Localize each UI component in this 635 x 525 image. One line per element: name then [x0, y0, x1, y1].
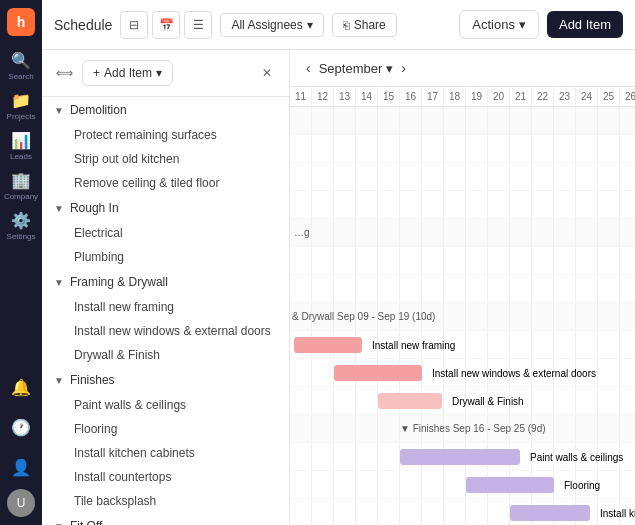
sidebar-item-company[interactable]: 🏢 Company	[3, 168, 39, 204]
gantt-header: ‹ September ▾ ›	[290, 50, 635, 87]
next-month-button[interactable]: ›	[397, 58, 410, 78]
group-finishes-label: Finishes	[70, 373, 115, 387]
task-install-framing[interactable]: Install new framing	[42, 295, 289, 319]
task-strip-kitchen[interactable]: Strip out old kitchen	[42, 147, 289, 171]
task-electrical[interactable]: Electrical	[42, 221, 289, 245]
share-label: Share	[354, 18, 386, 32]
prev-month-button[interactable]: ‹	[302, 58, 315, 78]
date-16: 16	[400, 87, 422, 106]
gantt-icon: ⊟	[129, 18, 139, 32]
group-fit-off[interactable]: ▼ Fit Off	[42, 513, 289, 525]
bar-install-framing[interactable]: Install new framing	[294, 337, 362, 353]
app-logo[interactable]: h	[7, 8, 35, 36]
group-toggle-finishes: ▼	[54, 375, 64, 386]
gantt-row-install-framing: Install new framing	[290, 331, 635, 359]
list-icon: ☰	[193, 18, 204, 32]
add-item-button[interactable]: Add Item	[547, 11, 623, 38]
date-23: 23	[554, 87, 576, 106]
sidebar-item-search[interactable]: 🔍 Search	[3, 48, 39, 84]
clock-icon: 🕐	[11, 418, 31, 437]
task-countertops[interactable]: Install countertops	[42, 465, 289, 489]
date-24: 24	[576, 87, 598, 106]
bar-install-framing-label: Install new framing	[372, 340, 455, 351]
sidebar-close-button[interactable]: ✕	[257, 63, 277, 83]
gantt-area: ‹ September ▾ › 11 12 13 14 15 16 17	[290, 50, 635, 525]
chevron-down-icon: ▾	[307, 18, 313, 32]
sidebar-panel: ⟺ + Add Item ▾ ✕ ▼ Demolition Protect re…	[42, 50, 290, 525]
assignees-label: All Assignees	[231, 18, 302, 32]
add-item-sidebar-button[interactable]: + Add Item ▾	[82, 60, 173, 86]
sidebar-item-person[interactable]: 👤	[3, 449, 39, 485]
bar-drywall[interactable]: Drywall & Finish	[378, 393, 442, 409]
group-toggle-rough-in: ▼	[54, 203, 64, 214]
task-tile-backsplash[interactable]: Tile backsplash	[42, 489, 289, 513]
gantt-row-rough-in-header: …g	[290, 219, 635, 247]
leads-icon: 📊	[11, 131, 31, 150]
actions-button[interactable]: Actions ▾	[459, 10, 539, 39]
task-protect-surfaces[interactable]: Protect remaining surfaces	[42, 123, 289, 147]
gantt-view-btn[interactable]: ⊟	[120, 11, 148, 39]
add-item-sidebar-label: Add Item	[104, 66, 152, 80]
sidebar-content: ▼ Demolition Protect remaining surfaces …	[42, 97, 289, 525]
group-toggle-fit-off: ▼	[54, 521, 64, 526]
date-21: 21	[510, 87, 532, 106]
date-19: 19	[466, 87, 488, 106]
task-drywall-finish[interactable]: Drywall & Finish	[42, 343, 289, 367]
task-flooring[interactable]: Flooring	[42, 417, 289, 441]
settings-icon: ⚙️	[11, 211, 31, 230]
group-toggle-demolition: ▼	[54, 105, 64, 116]
date-13: 13	[334, 87, 356, 106]
date-14: 14	[356, 87, 378, 106]
user-avatar[interactable]: U	[7, 489, 35, 517]
share-icon: ⎗	[343, 19, 350, 31]
left-nav: h 🔍 Search 📁 Projects 📊 Leads 🏢 Company …	[0, 0, 42, 525]
group-finishes[interactable]: ▼ Finishes	[42, 367, 289, 393]
group-demolition[interactable]: ▼ Demolition	[42, 97, 289, 123]
gantt-row-flooring: Flooring	[290, 471, 635, 499]
group-rough-in[interactable]: ▼ Rough In	[42, 195, 289, 221]
date-17: 17	[422, 87, 444, 106]
person-icon: 👤	[11, 458, 31, 477]
date-26: 26	[620, 87, 635, 106]
sidebar-item-clock[interactable]: 🕐	[3, 409, 39, 445]
date-11: 11	[290, 87, 312, 106]
group-fit-off-label: Fit Off	[70, 519, 102, 525]
group-framing-drywall[interactable]: ▼ Framing & Drywall	[42, 269, 289, 295]
search-icon: 🔍	[11, 51, 31, 70]
close-icon: ✕	[262, 66, 272, 80]
task-plumbing[interactable]: Plumbing	[42, 245, 289, 269]
actions-label: Actions	[472, 17, 515, 32]
gantt-dates: 11 12 13 14 15 16 17 18 19 20 21 22 23 2…	[290, 87, 635, 107]
gantt-row-framing-header: & Drywall Sep 09 - Sep 19 (10d)	[290, 303, 635, 331]
bar-kitchen-cabinets[interactable]: Install kitchen cal…	[510, 505, 590, 521]
month-nav: ‹ September ▾ ›	[302, 58, 410, 78]
task-remove-ceiling[interactable]: Remove ceiling & tiled floor	[42, 171, 289, 195]
gantt-scroll[interactable]: 11 12 13 14 15 16 17 18 19 20 21 22 23 2…	[290, 87, 635, 525]
list-view-btn[interactable]: ☰	[184, 11, 212, 39]
sidebar-item-leads[interactable]: 📊 Leads	[3, 128, 39, 164]
bar-paint-walls[interactable]: Paint walls & ceilings	[400, 449, 520, 465]
calendar-icon: 📅	[159, 18, 174, 32]
bar-flooring[interactable]: Flooring	[466, 477, 554, 493]
actions-chevron-icon: ▾	[519, 17, 526, 32]
sidebar-item-bell[interactable]: 🔔	[3, 369, 39, 405]
collapse-icon: ⟺	[56, 66, 73, 80]
sidebar-item-settings[interactable]: ⚙️ Settings	[3, 208, 39, 244]
bar-install-windows[interactable]: Install new windows & external doors	[334, 365, 422, 381]
assignees-button[interactable]: All Assignees ▾	[220, 13, 323, 37]
gantt-body: …g & Drywall Sep 09 - Sep	[290, 107, 635, 525]
dropdown-icon: ▾	[156, 66, 162, 80]
collapse-button[interactable]: ⟺	[54, 63, 74, 83]
date-22: 22	[532, 87, 554, 106]
share-button[interactable]: ⎗ Share	[332, 13, 397, 37]
month-dropdown-icon: ▾	[386, 61, 393, 76]
group-rough-in-label: Rough In	[70, 201, 119, 215]
date-12: 12	[312, 87, 334, 106]
task-kitchen-cabinets[interactable]: Install kitchen cabinets	[42, 441, 289, 465]
calendar-view-btn[interactable]: 📅	[152, 11, 180, 39]
task-install-windows[interactable]: Install new windows & external doors	[42, 319, 289, 343]
task-paint-walls[interactable]: Paint walls & ceilings	[42, 393, 289, 417]
sidebar-item-projects[interactable]: 📁 Projects	[3, 88, 39, 124]
gantt-row-drywall: Drywall & Finish	[290, 387, 635, 415]
add-item-label: Add Item	[559, 17, 611, 32]
